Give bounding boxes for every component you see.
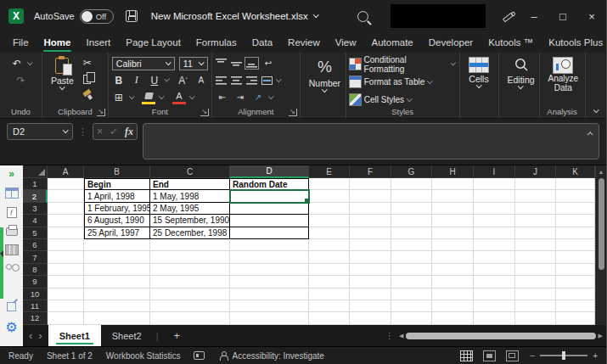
ribbon-tab-view[interactable]: View bbox=[328, 34, 364, 53]
cell-H11[interactable] bbox=[432, 300, 474, 312]
cell-D4[interactable] bbox=[230, 215, 309, 227]
cell-G1[interactable] bbox=[391, 178, 432, 190]
cell-J8[interactable] bbox=[515, 264, 556, 276]
cell-C3[interactable]: 2 May, 1995 bbox=[150, 203, 230, 215]
cell-J9[interactable] bbox=[515, 276, 556, 288]
cell-E12[interactable] bbox=[309, 312, 350, 324]
row-header-8[interactable]: 8 bbox=[23, 264, 48, 276]
minimize-button[interactable]: – bbox=[520, 0, 548, 32]
camera-status-icon[interactable] bbox=[194, 351, 205, 360]
increase-font-button[interactable]: A bbox=[177, 74, 190, 87]
cell-J10[interactable] bbox=[515, 288, 556, 300]
cell-E9[interactable] bbox=[309, 276, 350, 288]
column-header-c[interactable]: C bbox=[150, 165, 230, 178]
align-top-button[interactable] bbox=[216, 59, 227, 68]
cell-J2[interactable] bbox=[515, 190, 556, 202]
cell-K3[interactable] bbox=[556, 203, 595, 215]
cell-B2[interactable]: 1 April, 1998 bbox=[84, 190, 150, 202]
cell-H3[interactable] bbox=[432, 203, 474, 215]
cell-E11[interactable] bbox=[309, 300, 350, 312]
cell-K1[interactable] bbox=[556, 178, 595, 190]
insert-function-button[interactable]: fx bbox=[125, 126, 133, 138]
page-break-view-button[interactable] bbox=[507, 351, 518, 361]
cell-F1[interactable] bbox=[350, 178, 391, 190]
chevron-down-icon[interactable] bbox=[165, 76, 170, 81]
cell-J4[interactable] bbox=[515, 215, 556, 227]
cell-I2[interactable] bbox=[474, 190, 515, 202]
row-header-7[interactable]: 7 bbox=[23, 251, 48, 263]
cell-I7[interactable] bbox=[474, 251, 515, 263]
cell-D6[interactable] bbox=[230, 239, 309, 251]
tab-scroll-splitter-icon[interactable]: ⋮ bbox=[385, 331, 394, 340]
cell-A8[interactable] bbox=[48, 264, 84, 276]
ribbon-tab-file[interactable]: File bbox=[5, 34, 37, 53]
save-icon[interactable] bbox=[126, 10, 138, 22]
cell-styles-button[interactable]: Cell Styles bbox=[350, 92, 456, 107]
cell-D8[interactable] bbox=[230, 264, 309, 276]
bold-button[interactable]: B bbox=[112, 74, 126, 87]
zoom-in-button[interactable]: + bbox=[593, 351, 598, 361]
cell-H7[interactable] bbox=[432, 251, 474, 263]
cell-A4[interactable] bbox=[48, 215, 84, 227]
merge-center-button[interactable] bbox=[261, 76, 273, 85]
status-sheet-info[interactable]: Sheet 1 of 2 bbox=[47, 351, 93, 361]
cell-H5[interactable] bbox=[432, 227, 474, 239]
number-format-button[interactable]: % Number bbox=[304, 56, 346, 93]
ribbon-tab-developer[interactable]: Developer bbox=[421, 34, 481, 53]
collapse-formula-bar-chevron[interactable] bbox=[587, 132, 593, 137]
scroll-right-icon[interactable]: ▶ bbox=[599, 333, 603, 339]
autosave-toggle[interactable]: Off bbox=[80, 9, 114, 24]
font-dialog-launcher[interactable]: ↘ bbox=[200, 109, 209, 116]
cell-B11[interactable] bbox=[84, 300, 150, 312]
cell-K6[interactable] bbox=[556, 239, 595, 251]
cell-F2[interactable] bbox=[350, 190, 391, 202]
cell-G12[interactable] bbox=[391, 312, 432, 324]
cell-I9[interactable] bbox=[474, 276, 515, 288]
column-header-a[interactable]: A bbox=[48, 165, 84, 178]
cell-G4[interactable] bbox=[391, 215, 432, 227]
analyze-data-button[interactable]: Analyze Data bbox=[543, 56, 584, 94]
cell-H12[interactable] bbox=[432, 312, 474, 324]
chevron-down-icon[interactable] bbox=[189, 93, 194, 98]
cancel-entry-button[interactable]: × bbox=[97, 126, 103, 137]
worksheets-pane-icon[interactable] bbox=[6, 188, 18, 198]
sheet-nav-left-icon[interactable]: ‹ bbox=[23, 329, 38, 342]
cell-B3[interactable]: 1 February, 1995 bbox=[84, 203, 150, 215]
find-pane-icon[interactable] bbox=[6, 264, 12, 270]
cell-E5[interactable] bbox=[309, 227, 350, 239]
fill-color-button[interactable] bbox=[142, 91, 155, 104]
excel-logo-icon[interactable]: X bbox=[8, 8, 24, 24]
cells-button[interactable]: Cells bbox=[464, 56, 493, 89]
cell-C6[interactable] bbox=[150, 239, 230, 251]
cell-D2[interactable] bbox=[230, 190, 309, 202]
chevron-down-icon[interactable] bbox=[276, 76, 281, 81]
ribbon-tab-kutools[interactable]: Kutools ™ bbox=[481, 34, 541, 53]
row-header-11[interactable]: 11 bbox=[23, 300, 48, 312]
zoom-slider-thumb[interactable] bbox=[562, 351, 565, 360]
cell-B10[interactable] bbox=[84, 288, 150, 300]
cut-button[interactable]: ✂ bbox=[81, 56, 94, 70]
alignment-dialog-launcher[interactable]: ↘ bbox=[289, 109, 297, 116]
column-header-f[interactable]: F bbox=[350, 165, 391, 178]
chevron-down-icon[interactable] bbox=[268, 93, 273, 98]
cell-K9[interactable] bbox=[556, 276, 595, 288]
cell-D12[interactable] bbox=[230, 312, 309, 324]
gear-icon[interactable]: ⚙ bbox=[5, 321, 17, 334]
cell-E4[interactable] bbox=[309, 215, 350, 227]
formula-input[interactable] bbox=[143, 123, 599, 160]
zoom-slider[interactable] bbox=[540, 355, 587, 356]
orientation-button[interactable]: ↗ bbox=[251, 91, 265, 104]
borders-button[interactable]: ⊞ bbox=[112, 91, 126, 104]
chevron-down-icon[interactable] bbox=[129, 93, 134, 98]
cell-E3[interactable] bbox=[309, 203, 350, 215]
cell-C9[interactable] bbox=[150, 276, 230, 288]
cell-K8[interactable] bbox=[556, 264, 595, 276]
row-header-4[interactable]: 4 bbox=[23, 215, 48, 227]
cell-I8[interactable] bbox=[474, 264, 515, 276]
cell-I4[interactable] bbox=[474, 215, 515, 227]
cell-I3[interactable] bbox=[474, 203, 515, 215]
cell-G2[interactable] bbox=[391, 190, 432, 202]
cell-G6[interactable] bbox=[391, 239, 432, 251]
decrease-indent-button[interactable]: ⇤ bbox=[216, 91, 229, 104]
scroll-up-icon[interactable]: ▲ bbox=[599, 165, 604, 176]
